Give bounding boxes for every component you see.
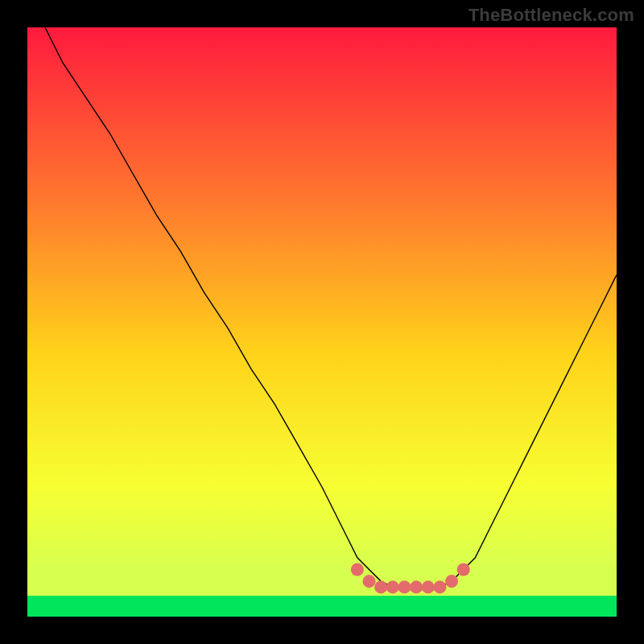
marker-dot [457, 563, 470, 576]
marker-dot [422, 580, 435, 593]
marker-dot [445, 575, 458, 588]
bottleneck-chart [27, 27, 617, 617]
marker-dot [398, 580, 411, 593]
marker-dot [351, 563, 364, 576]
gradient-background [27, 27, 617, 617]
marker-dot [433, 580, 446, 593]
marker-dot [410, 580, 423, 593]
chart-frame: TheBottleneck.com [0, 0, 644, 644]
watermark-text: TheBottleneck.com [469, 5, 634, 26]
marker-dot [386, 580, 399, 593]
marker-dot [374, 580, 387, 593]
marker-dot [363, 575, 376, 588]
